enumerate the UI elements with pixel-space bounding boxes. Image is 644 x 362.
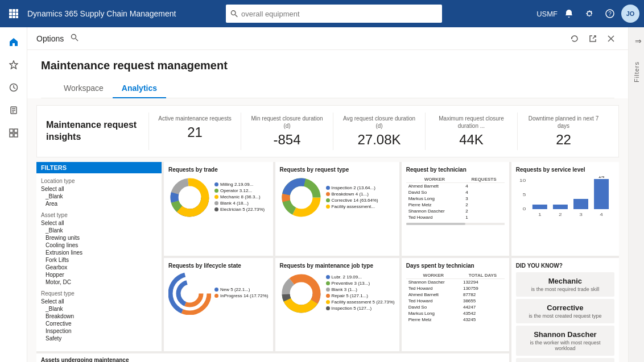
days-row: Shannon Dascher132294 — [406, 278, 505, 285]
worker-row: Shannon Dascher2 — [406, 208, 505, 214]
svg-rect-22 — [14, 134, 18, 137]
svg-rect-0 — [9, 9, 12, 12]
notifications-button[interactable] — [560, 5, 578, 23]
svg-rect-43 — [594, 179, 609, 209]
kpi-min: Min request closure duration (d) -854 — [241, 113, 333, 150]
svg-rect-21 — [10, 134, 13, 137]
days-row: Ted Howard38655 — [406, 298, 505, 304]
dyk-corrective: Corrective is the most created request t… — [516, 299, 614, 323]
svg-point-23 — [72, 35, 76, 39]
sidebar-recent[interactable] — [3, 77, 24, 98]
tabs: Workspace Analytics — [41, 79, 614, 98]
svg-text:4: 4 — [600, 213, 603, 217]
app-name: Dynamics 365 Supply Chain Management — [27, 9, 176, 18]
svg-text:5: 5 — [523, 193, 526, 197]
svg-text:14: 14 — [598, 176, 604, 179]
svg-rect-8 — [16, 16, 18, 18]
org-name: USMF — [536, 10, 558, 18]
svg-text:1: 1 — [538, 213, 542, 217]
kpi-avg: Avg request closure duration (d) 27.08K — [333, 113, 425, 150]
dashboard: Maintenance request insights Active main… — [27, 98, 628, 362]
open-new-window-button[interactable] — [585, 31, 601, 47]
chart-by-trade: Requests by trade Milling 2.19.09... — [164, 162, 273, 256]
svg-line-24 — [76, 39, 78, 41]
svg-rect-20 — [14, 129, 18, 132]
sidebar-pinned[interactable] — [3, 100, 24, 120]
close-button[interactable] — [603, 31, 619, 47]
did-you-know-card: DID YOU KNOW? Mechanic is the most requi… — [511, 258, 619, 363]
page-header: Maintenance request management Workspace… — [27, 50, 628, 98]
worker-row: Markus Long3 — [406, 195, 505, 202]
filters-card: FILTERS Location type Select all _Blank … — [36, 162, 162, 351]
charts-grid: FILTERS Location type Select all _Blank … — [36, 162, 619, 362]
filters-header: FILTERS — [36, 162, 162, 173]
tab-workspace[interactable]: Workspace — [55, 79, 113, 98]
user-avatar[interactable]: JO — [621, 5, 639, 23]
svg-text:10: 10 — [519, 178, 526, 183]
svg-rect-2 — [16, 9, 18, 12]
svg-rect-3 — [9, 13, 12, 15]
app-grid-button[interactable] — [5, 5, 23, 23]
svg-line-10 — [235, 15, 237, 17]
options-label: Options — [36, 34, 64, 43]
kpi-downtime: Downtime planned in next 7 days 22 — [517, 113, 609, 150]
dyk-mechanic: Mechanic is the most required trade skil… — [516, 272, 614, 297]
svg-marker-13 — [10, 61, 18, 69]
sidebar — [0, 27, 27, 362]
dyk-worker: Shannon Dascher is the worker with most … — [516, 326, 614, 356]
svg-rect-40 — [532, 205, 547, 209]
chart-days-by-technician: Days spent by technician WORKER TOTAL DA… — [402, 258, 509, 352]
filter-location-type: Location type Select all _Blank Area — [41, 178, 157, 207]
filters-side-panel: ⇒ Filters — [628, 27, 644, 362]
worker-row: Ahmed Barnett4 — [406, 183, 505, 190]
settings-button[interactable] — [580, 5, 598, 23]
svg-rect-4 — [13, 13, 15, 15]
tab-analytics[interactable]: Analytics — [113, 79, 166, 98]
insights-title: Maintenance request insights — [46, 119, 148, 143]
worker-row: Ted Howard1 — [406, 214, 505, 220]
sidebar-modules[interactable] — [3, 123, 24, 143]
chart-by-service-level: Requests by service level 10 5 0 — [511, 162, 619, 256]
filters-side-label[interactable]: Filters — [633, 61, 640, 82]
global-search-bar[interactable] — [226, 5, 442, 23]
chart-by-request-type: Requests by request type Inspection 2 (1… — [275, 162, 399, 256]
filter-request-type: Request type Select all _Blank Breakdown… — [41, 290, 157, 342]
help-button[interactable]: ? — [601, 5, 619, 23]
kpi-max: Maximum request closure duration ... 44K — [425, 113, 517, 150]
refresh-button[interactable] — [567, 31, 583, 47]
subnav: Options — [27, 27, 628, 50]
chart-by-technician: Request by technician WORKERREQUESTS Ahm… — [402, 162, 509, 256]
days-row: David So44247 — [406, 304, 505, 310]
svg-text:3: 3 — [579, 213, 583, 217]
chart-by-maintenance-job: Requests by maintenance job type — [275, 258, 399, 352]
svg-rect-6 — [9, 16, 12, 18]
svg-text:0: 0 — [523, 207, 526, 211]
dyk-asset: Cooling lines is the most repaired asset… — [516, 358, 614, 363]
page-title: Maintenance request management — [41, 59, 614, 72]
subnav-search-icon[interactable] — [71, 34, 79, 43]
svg-text:?: ? — [608, 11, 612, 17]
svg-rect-1 — [13, 9, 15, 12]
kpi-active: Active maintenance requests 21 — [148, 113, 241, 150]
days-row: Ted Howard130759 — [406, 285, 505, 292]
kpi-row: Maintenance request insights Active main… — [36, 105, 619, 157]
svg-text:2: 2 — [559, 213, 562, 217]
subnav-actions — [567, 31, 619, 47]
days-row: Markus Long43542 — [406, 310, 505, 317]
assets-table-card: Assets undergoing maintenance REQUEST AS… — [36, 353, 509, 362]
svg-point-9 — [231, 11, 236, 15]
svg-rect-41 — [553, 205, 568, 209]
global-search-input[interactable] — [241, 10, 437, 18]
filter-asset-type: Asset type Select all _Blank Brewing uni… — [41, 212, 157, 286]
sidebar-favorites[interactable] — [3, 55, 24, 75]
svg-rect-7 — [13, 16, 15, 18]
worker-row: Pierre Metz2 — [406, 202, 505, 208]
days-row: Ahmed Barnett87782 — [406, 292, 505, 298]
chart-by-lifecycle: Requests by lifecycle state New 5 (22.1.… — [164, 258, 273, 352]
days-row: Pierre Metz43245 — [406, 317, 505, 323]
filters-side-icon[interactable]: ⇒ — [635, 36, 642, 45]
worker-row: David So4 — [406, 189, 505, 195]
page-area: Maintenance request management Workspace… — [27, 50, 628, 362]
sidebar-home[interactable] — [3, 32, 24, 52]
svg-rect-42 — [573, 199, 588, 209]
